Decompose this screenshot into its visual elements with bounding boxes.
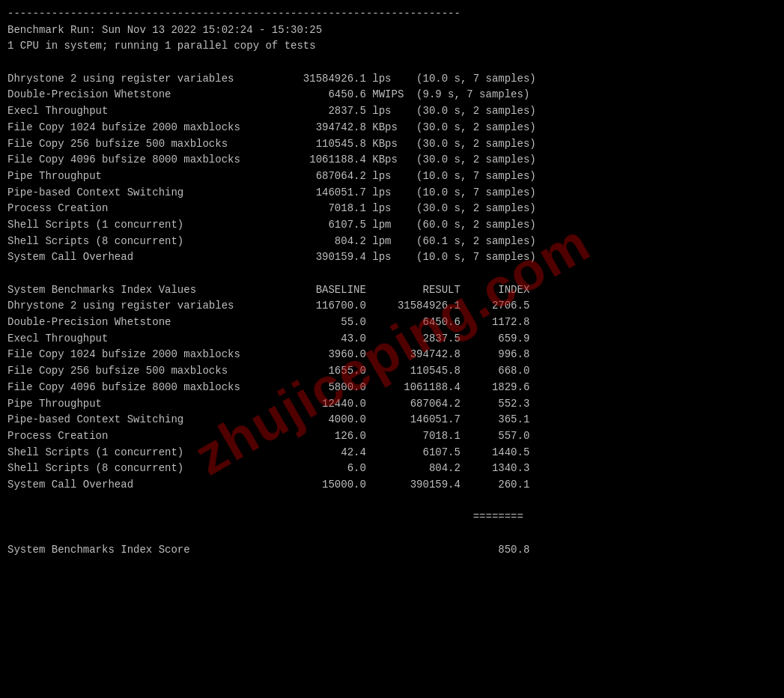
benchmark-row: Dhrystone 2 using register variables 315… [7, 71, 777, 88]
index-table-row: Pipe-based Context Switching 4000.0 1460… [7, 412, 777, 428]
index-table-row: Process Creation 126.0 7018.1 557.0 [7, 428, 777, 445]
index-table-row: System Call Overhead 15000.0 390159.4 26… [7, 477, 777, 494]
benchmark-row: Execl Throughput 2837.5 lps (30.0 s, 2 s… [7, 103, 777, 120]
index-table: System Benchmarks Index Values BASELINE … [7, 282, 777, 494]
benchmark-row: Double-Precision Whetstone 6450.6 MWIPS … [7, 87, 777, 103]
index-table-header: System Benchmarks Index Values BASELINE … [7, 282, 777, 299]
benchmark-row: Shell Scripts (8 concurrent) 804.2 lpm (… [7, 234, 777, 250]
header-line1: Benchmark Run: Sun Nov 13 2022 15:02:24 … [7, 22, 777, 39]
separator-top: ----------------------------------------… [7, 6, 777, 22]
benchmark-row: Pipe Throughput 687064.2 lps (10.0 s, 7 … [7, 169, 777, 185]
index-table-row: Pipe Throughput 12440.0 687064.2 552.3 [7, 396, 777, 413]
benchmark-row: Process Creation 7018.1 lps (30.0 s, 2 s… [7, 201, 777, 217]
index-table-row: File Copy 4096 bufsize 8000 maxblocks 58… [7, 380, 777, 396]
index-table-row: Shell Scripts (8 concurrent) 6.0 804.2 1… [7, 461, 777, 477]
benchmark-row: Pipe-based Context Switching 146051.7 lp… [7, 185, 777, 201]
header-line2: 1 CPU in system; running 1 parallel copy… [7, 38, 777, 55]
benchmark-row: File Copy 4096 bufsize 8000 maxblocks 10… [7, 152, 777, 169]
index-table-row: Dhrystone 2 using register variables 116… [7, 298, 777, 315]
benchmark-list: Dhrystone 2 using register variables 315… [7, 71, 777, 266]
index-table-row: Double-Precision Whetstone 55.0 6450.6 1… [7, 315, 777, 331]
benchmark-row: Shell Scripts (1 concurrent) 6107.5 lpm … [7, 217, 777, 234]
score-line: System Benchmarks Index Score 850.8 [7, 542, 777, 559]
index-table-row: Shell Scripts (1 concurrent) 42.4 6107.5… [7, 445, 777, 461]
benchmark-row: File Copy 256 bufsize 500 maxblocks 1105… [7, 136, 777, 153]
terminal-output: ----------------------------------------… [7, 6, 777, 558]
benchmark-row: System Call Overhead 390159.4 lps (10.0 … [7, 249, 777, 266]
score-section: ========System Benchmarks Index Score 85… [7, 509, 777, 558]
index-table-row: File Copy 1024 bufsize 2000 maxblocks 39… [7, 347, 777, 363]
index-table-row: File Copy 256 bufsize 500 maxblocks 1655… [7, 363, 777, 380]
equals-line: ======== [7, 509, 777, 526]
index-table-row: Execl Throughput 43.0 2837.5 659.9 [7, 331, 777, 348]
benchmark-row: File Copy 1024 bufsize 2000 maxblocks 39… [7, 120, 777, 136]
